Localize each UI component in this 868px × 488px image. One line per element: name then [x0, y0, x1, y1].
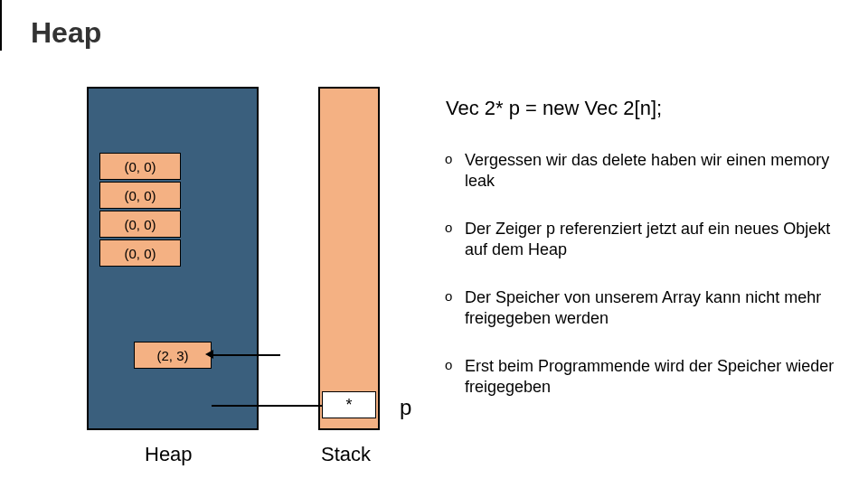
bullet-list: Vergessen wir das delete haben wir einen… — [443, 150, 841, 425]
pointer-arrow-segment-3 — [212, 405, 323, 407]
stack-region — [318, 87, 380, 430]
heap-array-cell-1: (0, 0) — [99, 182, 181, 209]
pointer-name-label: p — [400, 395, 411, 420]
heap-detached-cell: (2, 3) — [134, 342, 212, 369]
pointer-arrow-segment-1 — [212, 354, 280, 356]
slide-title: Heap — [31, 16, 101, 50]
heap-array-cell-2: (0, 0) — [99, 211, 181, 238]
heap-label: Heap — [145, 443, 193, 466]
heap-array-cell-3: (0, 0) — [99, 239, 181, 267]
bullet-item-2: Der Speicher von unserem Array kann nich… — [443, 287, 841, 329]
stack-pointer-cell: * — [322, 391, 376, 418]
bullet-item-3: Erst beim Programmende wird der Speicher… — [443, 356, 841, 398]
pointer-arrow-head — [205, 350, 213, 359]
code-expression: Vec 2* p = new Vec 2[n]; — [446, 97, 662, 120]
bullet-item-1: Der Zeiger p referenziert jetzt auf ein … — [443, 219, 841, 260]
heap-array-cell-0: (0, 0) — [99, 153, 181, 180]
bullet-item-0: Vergessen wir das delete haben wir einen… — [443, 150, 841, 192]
stack-label: Stack — [321, 443, 371, 466]
pointer-arrow-segment-2 — [0, 0, 2, 51]
